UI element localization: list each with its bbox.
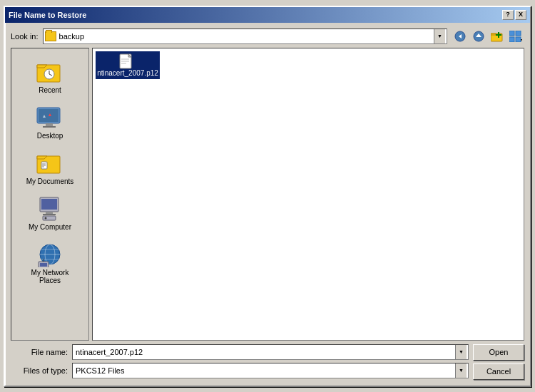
look-in-row: Look in: backup ▼ bbox=[11, 29, 524, 44]
look-in-label: Look in: bbox=[11, 32, 39, 41]
open-button[interactable]: Open bbox=[473, 344, 524, 361]
back-icon bbox=[454, 31, 466, 42]
files-of-type-label: Files of type: bbox=[11, 366, 68, 375]
svg-rect-23 bbox=[41, 199, 57, 210]
view-button[interactable] bbox=[507, 29, 524, 44]
cancel-button[interactable]: Cancel bbox=[473, 363, 524, 380]
form-fields: File name: ntinacert_2007.p12 ▼ Files of… bbox=[11, 344, 469, 378]
help-button[interactable]: ? bbox=[502, 10, 514, 20]
sidebar-item-label: My Documents bbox=[26, 177, 74, 185]
toolbar-buttons bbox=[452, 29, 524, 44]
look-in-combo[interactable]: backup ▼ bbox=[43, 29, 447, 44]
svg-rect-24 bbox=[46, 212, 53, 214]
recent-icon bbox=[36, 59, 64, 85]
title-bar-controls: ? X bbox=[502, 10, 526, 20]
close-button[interactable]: X bbox=[515, 10, 526, 20]
look-in-value: backup bbox=[59, 32, 431, 41]
svg-rect-6 bbox=[516, 31, 521, 36]
sidebar: Recent Desktop bbox=[11, 48, 89, 341]
main-area: Recent Desktop bbox=[11, 48, 524, 341]
file-restore-dialog: File Name to Restore ? X Look in: backup… bbox=[4, 6, 531, 387]
file-name-label: File name: bbox=[11, 348, 68, 356]
my-computer-icon bbox=[36, 196, 64, 222]
my-documents-icon bbox=[36, 150, 64, 176]
files-of-type-row: Files of type: PKCS12 Files ▼ bbox=[11, 363, 469, 378]
files-of-type-value: PKCS12 Files bbox=[74, 366, 455, 375]
files-of-type-dropdown-arrow[interactable]: ▼ bbox=[455, 363, 467, 378]
svg-rect-14 bbox=[39, 109, 58, 122]
sidebar-item-my-computer[interactable]: My Computer bbox=[18, 192, 82, 234]
file-name-value: ntinacert_2007.p12 bbox=[74, 348, 455, 356]
files-of-type-combo[interactable]: PKCS12 Files ▼ bbox=[72, 363, 469, 378]
desktop-icon bbox=[36, 105, 64, 130]
sidebar-item-my-network[interactable]: My Network Places bbox=[18, 238, 82, 288]
svg-rect-8 bbox=[516, 37, 521, 42]
up-icon bbox=[473, 31, 484, 42]
view-icon bbox=[509, 31, 522, 42]
svg-rect-5 bbox=[509, 31, 514, 36]
file-name-combo[interactable]: ntinacert_2007.p12 ▼ bbox=[72, 344, 469, 360]
svg-rect-34 bbox=[40, 263, 47, 267]
file-list[interactable]: ntinacert_2007.p12 bbox=[92, 48, 524, 341]
sidebar-item-my-documents[interactable]: My Documents bbox=[18, 147, 82, 189]
sidebar-item-label: Desktop bbox=[37, 132, 63, 140]
file-name-row: File name: ntinacert_2007.p12 ▼ bbox=[11, 344, 469, 360]
file-item-ntinacert[interactable]: ntinacert_2007.p12 bbox=[96, 51, 160, 79]
new-folder-button[interactable] bbox=[489, 29, 506, 44]
svg-rect-15 bbox=[46, 123, 53, 126]
svg-rect-7 bbox=[509, 37, 514, 42]
sidebar-item-label: My Network Places bbox=[21, 269, 78, 284]
right-buttons: Open Cancel bbox=[473, 344, 524, 380]
svg-rect-25 bbox=[43, 214, 56, 215]
folder-icon bbox=[45, 31, 56, 41]
sidebar-item-desktop[interactable]: Desktop bbox=[18, 101, 82, 143]
new-folder-icon bbox=[491, 31, 504, 42]
svg-rect-16 bbox=[43, 126, 56, 128]
dialog-content: Look in: backup ▼ bbox=[5, 23, 530, 386]
dialog-title: File Name to Restore bbox=[9, 11, 86, 19]
back-button[interactable] bbox=[452, 29, 469, 44]
svg-point-27 bbox=[45, 217, 47, 219]
file-name-label: ntinacert_2007.p12 bbox=[97, 69, 158, 77]
file-icon bbox=[119, 53, 136, 68]
look-in-dropdown-arrow[interactable]: ▼ bbox=[434, 29, 445, 43]
title-bar: File Name to Restore ? X bbox=[5, 7, 530, 23]
sidebar-item-label: My Computer bbox=[29, 223, 71, 231]
up-button[interactable] bbox=[470, 29, 487, 44]
bottom-section: File name: ntinacert_2007.p12 ▼ Files of… bbox=[11, 344, 524, 380]
sidebar-item-recent[interactable]: Recent bbox=[18, 56, 82, 98]
sidebar-item-label: Recent bbox=[39, 86, 61, 94]
svg-rect-4 bbox=[496, 34, 501, 36]
my-network-icon bbox=[36, 242, 64, 267]
file-name-dropdown-arrow[interactable]: ▼ bbox=[455, 345, 467, 359]
